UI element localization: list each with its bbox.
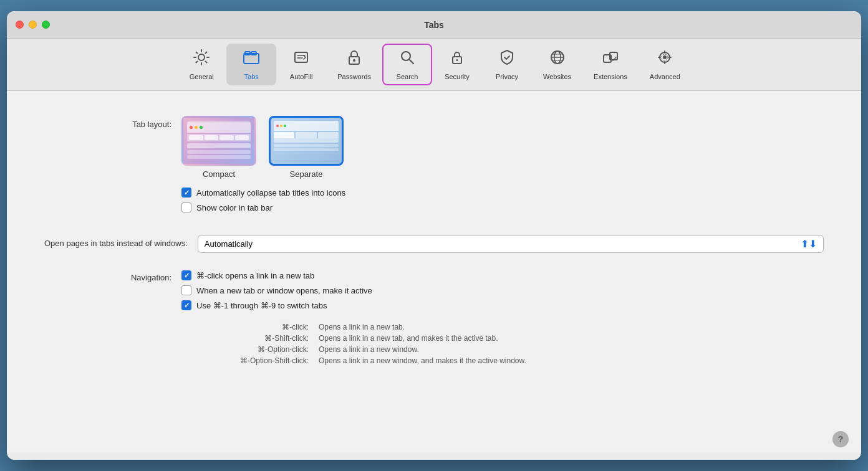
- open-pages-value: Automatically: [205, 239, 797, 249]
- checkbox-new-tab-active-label: When a new tab or window opens, make it …: [196, 286, 372, 295]
- minimize-button[interactable]: [29, 21, 37, 29]
- hint-label-0: ⌘-click:: [181, 323, 319, 331]
- general-icon: [193, 49, 210, 70]
- toolbar-item-tabs[interactable]: Tabs: [226, 44, 276, 85]
- tab-option-compact[interactable]: Compact: [181, 116, 256, 179]
- open-pages-section: Open pages in tabs instead of windows: A…: [44, 235, 824, 253]
- compact-label: Compact: [203, 169, 235, 179]
- hint-value-3: Opens a link in a new window, and makes …: [319, 356, 526, 365]
- hint-label-1: ⌘-Shift-click:: [181, 334, 319, 343]
- autofill-label: AutoFill: [290, 73, 313, 80]
- toolbar-item-websites[interactable]: Websites: [532, 44, 582, 85]
- passwords-icon: [345, 49, 363, 70]
- toolbar-item-security[interactable]: Security: [432, 44, 482, 85]
- tab-option-separate[interactable]: Separate: [269, 116, 344, 179]
- toolbar-item-advanced[interactable]: Advanced: [639, 44, 692, 85]
- hints-section: ⌘-click: Opens a link in a new tab. ⌘-Sh…: [181, 323, 824, 365]
- checkbox-auto-collapse-label: Automatically collapse tab titles into i…: [196, 188, 345, 197]
- checkbox-cmd-switch-label: Use ⌘-1 through ⌘-9 to switch tabs: [196, 301, 327, 310]
- navigation-label: Navigation:: [44, 270, 181, 368]
- websites-icon: [549, 49, 566, 70]
- advanced-icon: [656, 49, 673, 70]
- svg-point-8: [353, 59, 355, 62]
- svg-point-12: [456, 59, 458, 61]
- checkbox-auto-collapse[interactable]: [181, 188, 191, 197]
- navigation-content: ⌘-click opens a link in a new tab When a…: [181, 270, 824, 368]
- navigation-section: Navigation: ⌘-click opens a link in a ne…: [44, 270, 824, 368]
- traffic-lights: [16, 21, 50, 29]
- toolbar-item-general[interactable]: General: [176, 44, 226, 85]
- checkbox-cmd-switch[interactable]: [181, 300, 191, 310]
- security-icon: [448, 49, 466, 70]
- toolbar-item-passwords[interactable]: Passwords: [326, 44, 382, 85]
- hint-row-1: ⌘-Shift-click: Opens a link in a new tab…: [181, 334, 824, 343]
- passwords-label: Passwords: [337, 73, 371, 80]
- content-area: Tab layout:: [7, 91, 861, 452]
- security-label: Security: [445, 73, 470, 80]
- tabs-label: Tabs: [244, 73, 259, 80]
- title-bar: Tabs: [7, 11, 861, 39]
- search-label: Search: [397, 73, 418, 80]
- checkbox-new-tab-active[interactable]: [181, 285, 191, 295]
- close-button[interactable]: [16, 21, 24, 29]
- checkbox-row-2: Show color in tab bar: [181, 202, 824, 212]
- hint-value-2: Opens a link in a new window.: [319, 345, 419, 354]
- hint-label-2: ⌘-Option-click:: [181, 345, 319, 354]
- open-pages-label: Open pages in tabs instead of windows:: [44, 235, 198, 248]
- checkbox-show-color[interactable]: [181, 202, 191, 212]
- hint-row-3: ⌘-Option-Shift-click: Opens a link in a …: [181, 356, 824, 365]
- separate-thumbnail[interactable]: [269, 116, 344, 166]
- window-title: Tabs: [424, 20, 444, 30]
- toolbar-item-search[interactable]: Search: [382, 44, 432, 85]
- advanced-label: Advanced: [650, 73, 680, 80]
- autofill-icon: [292, 49, 310, 70]
- svg-point-0: [198, 54, 205, 60]
- checkbox-show-color-label: Show color in tab bar: [196, 203, 272, 212]
- help-button[interactable]: ?: [832, 431, 849, 447]
- separate-label: Separate: [290, 169, 323, 179]
- extensions-label: Extensions: [594, 73, 627, 80]
- svg-line-10: [410, 60, 414, 64]
- hint-label-3: ⌘-Option-Shift-click:: [181, 356, 319, 365]
- open-pages-content: Automatically ⬆︎⬇︎: [198, 235, 824, 253]
- toolbar-item-autofill[interactable]: AutoFill: [276, 44, 326, 85]
- nav-checkbox-row-2: When a new tab or window opens, make it …: [181, 285, 824, 295]
- hint-value-0: Opens a link in a new tab.: [319, 323, 405, 331]
- websites-label: Websites: [543, 73, 571, 80]
- tab-layout-options: Compact: [181, 116, 824, 179]
- tab-layout-section: Tab layout:: [44, 116, 824, 217]
- toolbar-item-extensions[interactable]: Extensions: [582, 44, 639, 85]
- nav-checkbox-row-1: ⌘-click opens a link in a new tab: [181, 270, 824, 280]
- checkbox-cmd-click[interactable]: [181, 270, 191, 280]
- open-pages-dropdown[interactable]: Automatically ⬆︎⬇︎: [198, 235, 824, 253]
- svg-point-20: [663, 55, 667, 59]
- tab-layout-content: Compact: [181, 116, 824, 217]
- checkbox-row-1: Automatically collapse tab titles into i…: [181, 188, 824, 197]
- dropdown-arrow-icon: ⬆︎⬇︎: [801, 238, 817, 250]
- hint-row-2: ⌘-Option-click: Opens a link in a new wi…: [181, 345, 824, 354]
- maximize-button[interactable]: [42, 21, 50, 29]
- hint-row-0: ⌘-click: Opens a link in a new tab.: [181, 323, 824, 331]
- preferences-window: Tabs General Tabs: [7, 11, 861, 460]
- extensions-icon: [602, 49, 619, 70]
- general-label: General: [190, 73, 214, 80]
- toolbar-item-privacy[interactable]: Privacy: [482, 44, 532, 85]
- nav-checkbox-row-3: Use ⌘-1 through ⌘-9 to switch tabs: [181, 300, 824, 310]
- privacy-label: Privacy: [496, 73, 518, 80]
- compact-thumbnail[interactable]: [181, 116, 256, 166]
- tab-layout-label: Tab layout:: [44, 116, 181, 129]
- tabs-icon: [243, 49, 260, 70]
- checkbox-cmd-click-label: ⌘-click opens a link in a new tab: [196, 271, 314, 280]
- hint-value-1: Opens a link in a new tab, and makes it …: [319, 334, 498, 343]
- privacy-icon: [498, 49, 516, 70]
- search-icon: [398, 49, 416, 70]
- toolbar: General Tabs Au: [7, 39, 861, 91]
